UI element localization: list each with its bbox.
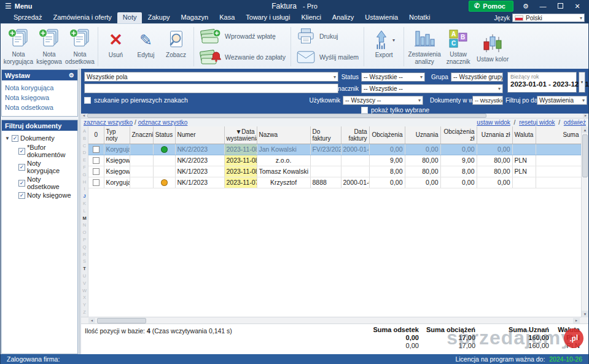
alphabet-letter[interactable]: X <box>83 294 86 301</box>
column-header[interactable]: Obciążenia <box>369 126 405 144</box>
column-header[interactable]: 0 <box>88 126 104 144</box>
row-checkbox[interactable] <box>93 179 99 186</box>
row-checkbox[interactable] <box>93 157 99 164</box>
alphabet-letter[interactable]: I <box>84 185 85 193</box>
scroll-up-arrow[interactable]: ▴ <box>582 126 588 133</box>
vertical-scrollbar[interactable]: ▴ ▾ <box>581 126 588 317</box>
alphabet-letter[interactable]: K <box>83 200 86 207</box>
date-range-box[interactable]: Bieżący rok 2023-01-01 - 2023-12-31 <box>507 72 577 93</box>
nota-korygujaca-button[interactable]: Nota korygująca <box>3 26 34 68</box>
field-selector-dropdown[interactable]: Wszystkie pola▾ <box>84 72 338 82</box>
top-horizontal-scrollbar[interactable]: ◂ ▸ <box>81 114 588 118</box>
menubar-item[interactable]: Zakupy <box>142 12 175 23</box>
settings-gear-icon[interactable]: ⚙ <box>521 2 531 10</box>
znacznik-dropdown[interactable]: -- Wszystkie --▾ <box>361 84 503 93</box>
payment-demand-button[interactable]: Wezwanie do zapłaty <box>199 48 286 66</box>
scroll-right-arrow[interactable]: ▸ <box>573 318 580 323</box>
delete-button[interactable]: ✕ Usuń <box>101 26 131 68</box>
tree-root-dokumenty[interactable]: ▼ ✓ Dokumenty <box>5 133 74 143</box>
alphabet-letter[interactable]: T <box>83 265 86 273</box>
date-range-menu-button[interactable]: ▾ <box>579 72 585 93</box>
export-button[interactable]: ▾ Export <box>367 26 401 68</box>
column-header[interactable]: Nazwa <box>257 126 310 144</box>
minimize-button[interactable]: — <box>538 2 548 10</box>
alphabet-letter[interactable]: Y <box>83 301 86 309</box>
alphabet-letter[interactable]: U <box>83 273 86 280</box>
row-checkbox[interactable] <box>93 146 99 153</box>
column-header[interactable]: Typ noty <box>104 126 130 144</box>
grupa-dropdown[interactable]: -- Wszystkie grupy --▾ <box>451 72 503 82</box>
table-row[interactable]: KsięgowaNK/1/20232023-11-08Tomasz Kowals… <box>88 166 581 177</box>
bottom-horizontal-scrollbar[interactable]: ◂ ▸ <box>81 317 588 324</box>
table-row[interactable]: KorygującaNK/1/20232023-11-07Krzysztof88… <box>88 177 581 188</box>
tree-item-bufor[interactable]: ✓ *Bufor dokumentów <box>5 143 74 159</box>
search-input[interactable] <box>84 83 338 93</box>
send-mail-button[interactable]: Wyślij mailem <box>296 48 359 66</box>
enter-payment-button[interactable]: Wprowadź wpłatę <box>199 27 286 45</box>
set-view-link[interactable]: ustaw widok <box>477 119 510 126</box>
menubar-item[interactable]: Magazyn <box>176 12 214 23</box>
status-dropdown[interactable]: -- Wszystkie --▾ <box>361 72 425 82</box>
alphabet-letter[interactable]: H <box>83 179 86 186</box>
tree-item-odsetkowe[interactable]: ✓ Noty odsetkowe <box>5 175 74 191</box>
scroll-left-arrow[interactable]: ◂ <box>88 318 95 323</box>
deselect-all-link[interactable]: odznacz wszystko <box>138 119 188 126</box>
main-menu-button[interactable]: ☰ Menu <box>1 2 33 10</box>
menubar-item[interactable]: Sprzedaż <box>8 12 47 23</box>
show-only-selected-checkbox[interactable]: pokaż tylko wybrane <box>361 106 429 114</box>
print-button[interactable]: Drukuj <box>296 27 359 45</box>
maximize-button[interactable] <box>555 2 565 10</box>
alphabet-letter[interactable]: D <box>83 149 86 157</box>
edit-button[interactable]: ✎ Edytuj <box>131 26 161 68</box>
menubar-item[interactable]: Ustawienia <box>359 12 404 23</box>
alphabet-letter[interactable]: L <box>83 207 85 215</box>
set-color-button[interactable]: Ustaw kolor <box>474 26 511 68</box>
alphabet-letter[interactable]: Z <box>83 309 86 316</box>
waluta-dropdown[interactable]: -- Wszystkie -▾ <box>472 96 503 105</box>
scroll-left-arrow[interactable]: ◂ <box>81 114 87 118</box>
uzytkownik-dropdown[interactable]: -- Wszyscy --▾ <box>343 96 423 105</box>
search-first-chars-checkbox[interactable]: szukanie po pierwszych znakach <box>84 96 188 104</box>
column-header[interactable]: Data faktury <box>341 126 369 144</box>
set-marker-button[interactable]: ABC Ustaw znacznik <box>442 26 474 68</box>
checkbox-icon[interactable] <box>84 97 91 104</box>
menubar-item[interactable]: Zamówienia i oferty <box>47 12 117 23</box>
menubar-item[interactable]: Kasa <box>214 12 240 23</box>
alphabet-letter[interactable]: M <box>82 215 86 222</box>
menubar-item[interactable]: Analizy <box>327 12 359 23</box>
tree-checkbox[interactable]: ✓ <box>18 192 25 199</box>
scrollbar-thumb[interactable] <box>87 114 486 118</box>
alphabet-letter[interactable]: J <box>83 193 85 200</box>
column-header[interactable]: Numer <box>175 126 224 144</box>
reset-view-link[interactable]: resetuj widok <box>519 119 555 126</box>
tree-checkbox[interactable]: ✓ <box>12 135 18 142</box>
column-header[interactable]: Znacznik <box>130 126 153 144</box>
table-row[interactable]: KsięgowaNK/2/20232023-11-08z.o.o.9,0080,… <box>88 155 581 166</box>
checkbox-icon[interactable] <box>361 107 368 114</box>
language-select[interactable]: Polski ▾ <box>512 14 585 22</box>
select-all-link[interactable]: zaznacz wszystko <box>84 119 133 126</box>
tree-collapse-icon[interactable]: ▼ <box>5 136 10 141</box>
alphabet-letter[interactable]: G <box>83 171 87 179</box>
scrollbar-thumb[interactable] <box>582 134 588 177</box>
tree-checkbox[interactable]: ✓ <box>18 164 25 171</box>
alphabet-letter[interactable]: P <box>83 236 86 244</box>
tree-checkbox[interactable]: ✓ <box>18 180 25 187</box>
alphabet-letter[interactable]: B <box>83 135 86 142</box>
alphabet-letter[interactable]: F <box>83 164 86 171</box>
column-header[interactable]: Waluta <box>512 126 536 144</box>
column-header[interactable]: Obciążenia zł <box>440 126 477 144</box>
view-button[interactable]: Zobacz <box>161 26 191 68</box>
reports-button[interactable]: Zestawienia analizy <box>407 26 442 68</box>
nota-ksiegowa-button[interactable]: Nota księgowa <box>34 26 64 68</box>
column-header[interactable]: Uznania <box>405 126 440 144</box>
menubar-item[interactable]: Notatki <box>404 12 435 23</box>
sidebar-link-nota-korygujaca[interactable]: Nota korygująca <box>5 83 74 93</box>
alphabet-letter[interactable]: N <box>83 222 86 229</box>
column-header[interactable]: Status <box>153 126 175 144</box>
close-button[interactable]: ✕ <box>572 2 582 10</box>
alphabet-letter[interactable]: W <box>82 287 87 295</box>
nota-odsetkowa-button[interactable]: Nota odsetkowa <box>64 26 95 68</box>
gear-icon[interactable]: ⚙ <box>69 72 74 79</box>
scroll-right-arrow[interactable]: ▸ <box>583 114 588 118</box>
